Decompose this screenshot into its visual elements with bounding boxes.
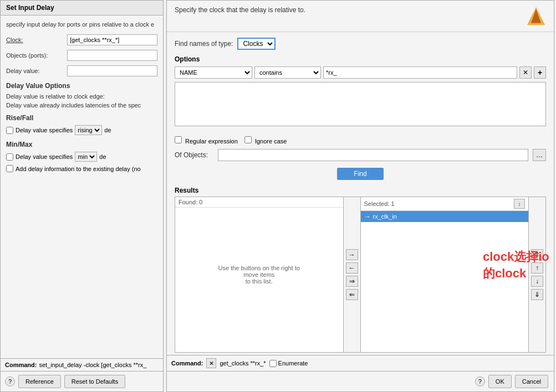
rise-fall-title: Rise/Fall [6, 114, 157, 122]
options-section: Options NAME contains ✕ + [167, 55, 554, 134]
results-left-list: Found: 0 Use the buttons on the right to… [175, 197, 344, 352]
move-top-button[interactable]: ⇑ [531, 249, 543, 260]
transfer-left-button[interactable]: ← [346, 262, 358, 274]
rise-fall-checkbox[interactable] [6, 127, 13, 134]
sort-button[interactable]: ↕ [514, 199, 525, 209]
of-objects-row: Of Objects: … [167, 147, 554, 163]
right-command-bar: Command: ✕ get_clocks **rx_* Enumerate [167, 355, 554, 371]
enumerate-checkbox[interactable] [269, 360, 277, 367]
move-bottom-button[interactable]: ⇓ [531, 289, 543, 300]
transfer-right-button[interactable]: → [346, 249, 358, 260]
ignore-case-checkbox[interactable] [244, 136, 252, 143]
objects-input[interactable] [67, 50, 157, 61]
delay-row: Delay value: [6, 65, 157, 76]
result-item-label: rx_clk_in [373, 213, 397, 220]
clock-row: Clock: [6, 34, 157, 45]
regex-label[interactable]: Regular expression [175, 136, 238, 145]
delay-latencies-desc: Delay value already includes latencies o… [6, 102, 157, 109]
min-extra: de [99, 153, 106, 160]
results-right-header: Selected: 1 ↕ [361, 197, 529, 211]
results-right-content: → rx_clk_in [361, 211, 529, 352]
left-panel-content: specify input delay for ports or pins re… [1, 16, 163, 358]
find-names-select[interactable]: Clocks [237, 38, 276, 50]
minmax-title: Min/Max [6, 141, 157, 148]
left-panel: Set Input Delay specify input delay for … [0, 0, 164, 392]
minmax-checkbox[interactable] [6, 153, 13, 161]
move-up-button[interactable]: ↑ [531, 262, 543, 274]
filter-row: NAME contains ✕ + [175, 66, 546, 79]
transfer-all-right-button[interactable]: ⇒ [346, 276, 358, 287]
minmax-row: Delay value specifies min de [6, 152, 157, 162]
right-panel-header-text: Specify the clock that the delay is rela… [175, 6, 305, 14]
result-arrow-icon: → [364, 213, 371, 220]
command-clear-button[interactable]: ✕ [206, 358, 216, 368]
filter-clear-button[interactable]: ✕ [519, 66, 532, 79]
filter-condition-select[interactable]: contains [254, 66, 321, 79]
rise-fall-row: Delay value specifies rising de [6, 125, 157, 135]
min-select[interactable]: min [75, 152, 97, 162]
move-down-button[interactable]: ↓ [531, 276, 543, 287]
reset-defaults-button[interactable]: Reset to Defaults [64, 375, 125, 388]
clock-label: Clock: [6, 37, 67, 43]
enumerate-label: Enumerate [278, 360, 308, 367]
move-buttons: ⇑ ↑ ↓ ⇓ [528, 197, 545, 352]
right-panel: Specify the clock that the delay is rela… [166, 0, 554, 392]
found-count: Found: 0 [175, 197, 343, 208]
left-panel-title: Set Input Delay [1, 1, 163, 16]
filter-value-input[interactable] [323, 66, 517, 79]
cancel-button[interactable]: Cancel [515, 375, 548, 388]
right-bottom-buttons: ? OK Cancel [167, 371, 554, 391]
left-command-bar: Command: set_input_delay -clock [get_clo… [1, 358, 163, 371]
transfer-buttons: → ← ⇒ ⇐ [344, 197, 361, 352]
regex-label-text: Regular expression [185, 138, 238, 145]
add-delay-checkbox[interactable] [6, 165, 13, 172]
of-objects-input[interactable] [218, 149, 528, 161]
find-button[interactable]: Find [337, 168, 383, 180]
add-delay-label: Add delay information to the existing de… [16, 166, 141, 172]
results-section: Results Found: 0 Use the buttons on the … [167, 184, 554, 355]
left-bottom-buttons: ? Reference Reset to Defaults [1, 371, 163, 391]
ignore-case-label-text: Ignore case [255, 138, 287, 145]
of-objects-label: Of Objects: [175, 151, 213, 159]
app-logo [526, 6, 546, 26]
right-panel-header: Specify the clock that the delay is rela… [167, 1, 554, 32]
ignore-case-label[interactable]: Ignore case [244, 136, 287, 145]
right-command-label: Command: [171, 360, 203, 367]
find-names-row: Find names of type: Clocks [167, 32, 554, 55]
filter-type-select[interactable]: NAME [175, 66, 252, 79]
clock-input[interactable] [67, 34, 157, 45]
right-help-button[interactable]: ? [475, 376, 485, 386]
reference-button[interactable]: Reference [18, 375, 61, 388]
regex-row: Regular expression Ignore case [167, 134, 554, 147]
filter-add-button[interactable]: + [534, 66, 546, 79]
result-item[interactable]: → rx_clk_in [361, 211, 529, 222]
left-help-button[interactable]: ? [5, 376, 15, 386]
delay-specifies-label: Delay value specifies [16, 127, 73, 133]
rising-select[interactable]: rising [75, 125, 102, 135]
options-title: Options [175, 55, 546, 63]
regex-checkbox[interactable] [175, 136, 182, 143]
transfer-all-left-button[interactable]: ⇐ [346, 289, 358, 300]
right-command-value: get_clocks **rx_* [220, 360, 266, 367]
delay-spec-extra: de [104, 127, 111, 133]
of-objects-browse-button[interactable]: … [533, 149, 546, 161]
rise-fall-section: Rise/Fall Delay value specifies rising d… [6, 114, 157, 135]
objects-label: Objects (ports): [6, 52, 67, 59]
add-delay-row: Add delay information to the existing de… [6, 165, 157, 172]
ok-button[interactable]: OK [488, 375, 512, 388]
delay-input[interactable] [67, 65, 157, 76]
empty-message: Use the buttons on the right to move ite… [217, 265, 301, 285]
left-panel-description: specify input delay for ports or pins re… [6, 21, 157, 28]
enumerate-checkbox-label[interactable]: Enumerate [269, 360, 308, 367]
results-right-list: Selected: 1 ↕ → rx_clk_in [361, 197, 529, 352]
delay-relative-desc: Delay value is relative to clock edge: [6, 93, 157, 100]
find-button-row: Find [167, 163, 554, 184]
delay-options-title: Delay Value Options [6, 82, 157, 90]
find-names-label: Find names of type: [175, 40, 233, 48]
options-area [175, 82, 546, 126]
delay-label: Delay value: [6, 68, 67, 74]
command-bar-label: Command: [5, 362, 37, 368]
delay-specifies-min-label: Delay value specifies [16, 153, 73, 160]
results-title: Results [175, 187, 546, 194]
command-bar-value: set_input_delay -clock [get_clocks **rx_ [39, 362, 146, 368]
